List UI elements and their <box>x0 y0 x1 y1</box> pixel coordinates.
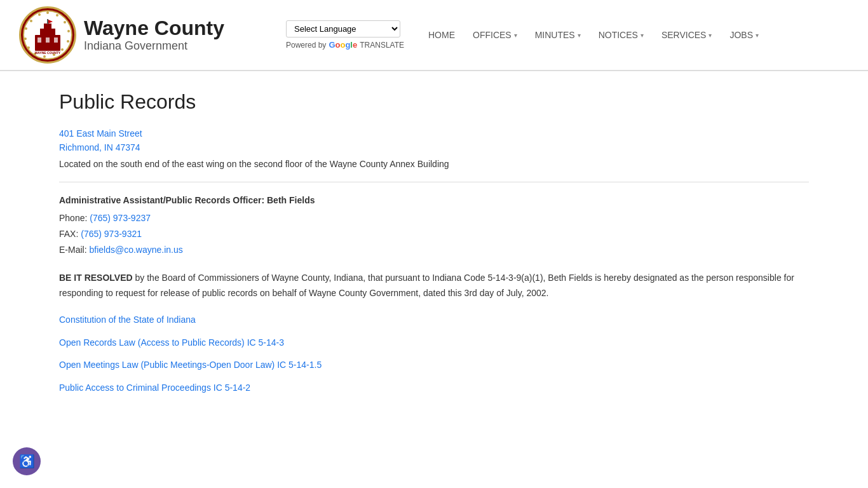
nav-home[interactable]: HOME <box>419 25 464 45</box>
chevron-down-icon: ▾ <box>756 32 759 39</box>
chevron-down-icon: ▾ <box>641 32 644 39</box>
link-open-records[interactable]: Open Records Law (Access to Public Recor… <box>59 337 809 349</box>
nav-minutes[interactable]: MINUTES ▾ <box>526 25 590 45</box>
svg-text:WAYNE COUNTY: WAYNE COUNTY <box>35 51 61 55</box>
section-divider-1 <box>59 182 809 182</box>
svg-rect-20 <box>54 37 58 43</box>
site-subtitle: Indiana Government <box>84 39 224 53</box>
logo-area: WAYNE COUNTY Wayne County Indiana Govern… <box>19 6 286 64</box>
fax-link[interactable]: (765) 973-9321 <box>81 229 142 239</box>
seal-svg: WAYNE COUNTY <box>22 10 73 60</box>
be-it-resolved-label: BE IT RESOLVED <box>59 273 133 283</box>
svg-point-11 <box>24 37 27 40</box>
nav-jobs[interactable]: JOBS ▾ <box>721 25 768 45</box>
phone-label: Phone: <box>59 213 87 223</box>
svg-point-10 <box>27 46 30 49</box>
svg-rect-21 <box>47 19 48 24</box>
fax-label: FAX: <box>59 229 78 239</box>
fax-line: FAX: (765) 973-9321 <box>59 226 809 242</box>
link-constitution[interactable]: Constitution of the State of Indiana <box>59 314 809 327</box>
resolution-text: BE IT RESOLVED by the Board of Commissio… <box>59 271 809 301</box>
main-nav: HOME OFFICES ▾ MINUTES ▾ NOTICES ▾ SERVI… <box>419 25 768 45</box>
svg-rect-17 <box>44 24 51 30</box>
powered-by-label: Powered by Google TRANSLATE <box>286 40 407 50</box>
svg-rect-18 <box>37 37 41 43</box>
resolution-body: by the Board of Commissioners of Wayne C… <box>59 273 794 298</box>
svg-point-12 <box>25 27 27 30</box>
nav-services[interactable]: SERVICES ▾ <box>653 25 721 45</box>
translate-label: TRANSLATE <box>360 41 404 50</box>
powered-by-text: Powered by <box>286 41 326 50</box>
language-select[interactable]: Select Language Spanish French <box>286 20 400 37</box>
chevron-down-icon: ▾ <box>709 32 712 39</box>
phone-line: Phone: (765) 973-9237 <box>59 210 809 226</box>
email-link[interactable]: bfields@co.wayne.in.us <box>89 245 182 255</box>
svg-rect-15 <box>35 35 60 51</box>
public-records-links: Constitution of the State of Indiana Ope… <box>59 314 809 394</box>
officer-section: Administrative Assistant/Public Records … <box>59 195 809 259</box>
site-name: Wayne County <box>84 17 224 39</box>
svg-point-1 <box>46 11 49 14</box>
email-line: E-Mail: bfields@co.wayne.in.us <box>59 242 809 258</box>
svg-rect-19 <box>46 37 50 43</box>
site-header: WAYNE COUNTY Wayne County Indiana Govern… <box>0 0 868 71</box>
svg-point-8 <box>43 55 46 58</box>
link-criminal-proceedings[interactable]: Public Access to Criminal Proceedings IC… <box>59 382 809 395</box>
svg-point-5 <box>67 40 69 43</box>
svg-point-4 <box>67 30 70 32</box>
nav-notices[interactable]: NOTICES ▾ <box>590 25 653 45</box>
address-line2-link[interactable]: Richmond, IN 47374 <box>59 140 809 154</box>
county-seal: WAYNE COUNTY <box>19 6 76 64</box>
chevron-down-icon: ▾ <box>578 32 581 39</box>
chevron-down-icon: ▾ <box>514 32 517 39</box>
phone-link[interactable]: (765) 973-9237 <box>90 213 151 223</box>
site-title: Wayne County Indiana Government <box>84 17 224 53</box>
page-title: Public Records <box>59 90 809 114</box>
officer-title: Administrative Assistant/Public Records … <box>59 195 809 205</box>
translate-area: Select Language Spanish French Powered b… <box>286 20 407 50</box>
location-description: Located on the south end of the east win… <box>59 159 809 169</box>
svg-point-2 <box>56 14 58 17</box>
main-content: Public Records 401 East Main Street Rich… <box>21 71 847 423</box>
google-logo: Google <box>329 40 357 50</box>
svg-point-13 <box>30 20 32 22</box>
nav-offices[interactable]: OFFICES ▾ <box>464 25 526 45</box>
email-label: E-Mail: <box>59 245 87 255</box>
link-open-meetings[interactable]: Open Meetings Law (Public Meetings-Open … <box>59 359 809 372</box>
svg-point-6 <box>61 48 64 51</box>
svg-point-3 <box>64 21 66 24</box>
svg-point-14 <box>38 13 41 16</box>
resolution-section: BE IT RESOLVED by the Board of Commissio… <box>59 271 809 301</box>
address-line1-link[interactable]: 401 East Main Street <box>59 126 809 140</box>
